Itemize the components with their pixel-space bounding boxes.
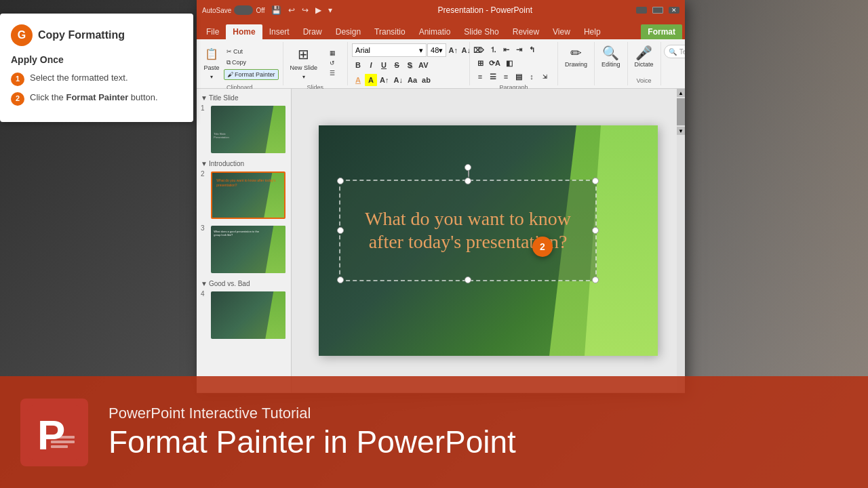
save-icon[interactable]: 💾 xyxy=(269,4,283,16)
font-size-dropdown: ▾ xyxy=(439,46,443,55)
handle-tr[interactable] xyxy=(592,178,599,184)
powerpoint-window: AutoSave Off 💾 ↩ ↪ ▶ ▾ Presentation - Po… xyxy=(197,0,685,393)
section-title-slide-label: Title Slide xyxy=(209,94,239,102)
bullet-list-button[interactable]: ≡ xyxy=(474,43,486,56)
text-size-down-button[interactable]: A↓ xyxy=(392,74,405,86)
new-slide-button[interactable]: ⊞ New Slide ▾ xyxy=(288,43,321,83)
slide-thumbnail-3[interactable]: What does a good presentation to the gro… xyxy=(211,226,285,273)
slide-thumbnail-4[interactable] xyxy=(211,291,285,339)
slide-scrollbar[interactable]: ▲ ▼ xyxy=(677,89,685,392)
strikethrough-button[interactable]: S xyxy=(391,59,403,71)
voice-group: 🎤 Dictate Voice xyxy=(628,42,661,85)
handle-top-mid[interactable] xyxy=(465,178,471,184)
shadow-button[interactable]: S xyxy=(403,59,416,71)
line-spacing-button[interactable]: ↕ xyxy=(526,70,538,83)
section-gvb-collapse-icon[interactable]: ▼ xyxy=(201,280,208,287)
justify-button[interactable]: ▤ xyxy=(513,70,525,83)
tab-insert[interactable]: Insert xyxy=(262,24,296,39)
handle-right-mid[interactable] xyxy=(592,227,599,234)
slide-number-1: 1 xyxy=(199,103,206,113)
redo-icon[interactable]: ↪ xyxy=(300,4,311,16)
scroll-thumb[interactable] xyxy=(677,98,685,125)
scroll-up-button[interactable]: ▲ xyxy=(677,89,685,97)
format-painter-button[interactable]: 🖌 Format Painter xyxy=(224,69,279,80)
rtl-button[interactable]: ↰ xyxy=(526,43,538,56)
autosave-toggle[interactable] xyxy=(234,5,253,15)
slide-thumbnail-1[interactable]: Title SlidePresentation xyxy=(211,106,285,153)
section-heading: Apply Once xyxy=(11,54,182,65)
font-name-selector[interactable]: Arial ▾ xyxy=(352,43,427,57)
highlight-button[interactable]: A xyxy=(365,74,377,86)
align-left-button[interactable]: ≡ xyxy=(474,70,486,83)
dictate-button[interactable]: 🎤 Dictate xyxy=(632,43,656,69)
section-goodvsbad-label: Good vs. Bad xyxy=(209,280,250,287)
tab-slideshow[interactable]: Slide Sho xyxy=(457,24,505,39)
case-button[interactable]: Aa xyxy=(406,74,419,86)
tab-animations[interactable]: Animatio xyxy=(412,24,458,39)
tell-me-input[interactable]: 🔍 Tell me... xyxy=(664,45,685,58)
section-collapse-icon[interactable]: ▼ xyxy=(201,94,208,102)
undo-icon[interactable]: ↩ xyxy=(286,4,297,16)
text-direction-button[interactable]: ⟳A xyxy=(487,57,502,69)
indent-right-button[interactable]: ⇥ xyxy=(513,43,525,56)
tab-transitions[interactable]: Transitio xyxy=(368,24,412,39)
text-size-up-button[interactable]: A↑ xyxy=(378,74,391,86)
tab-format[interactable]: Format xyxy=(641,24,682,39)
font-name-value: Arial xyxy=(355,46,370,54)
indent-left-button[interactable]: ⇤ xyxy=(500,43,512,56)
smart-art-button[interactable]: ◧ xyxy=(503,57,515,69)
italic-button[interactable]: I xyxy=(365,59,377,71)
present-icon[interactable]: ▶ xyxy=(313,4,323,16)
increase-font-button[interactable]: A↑ xyxy=(447,44,459,56)
section-intro-collapse-icon[interactable]: ▼ xyxy=(201,160,208,167)
tab-review[interactable]: Review xyxy=(506,24,546,39)
close-button[interactable]: ✕ xyxy=(669,7,679,14)
editing-button[interactable]: 🔍 Editing xyxy=(599,43,623,69)
tab-file[interactable]: File xyxy=(199,24,226,39)
rotate-handle[interactable] xyxy=(465,164,471,171)
font-color-button[interactable]: A xyxy=(352,74,364,86)
cut-button[interactable]: ✂ Cut xyxy=(224,47,279,56)
drawing-group-content: ✏ Drawing xyxy=(562,43,590,69)
new-slide-label: New Slide xyxy=(290,64,318,71)
handle-tl[interactable] xyxy=(337,178,344,184)
paste-button[interactable]: 📋 Paste ▾ xyxy=(201,43,222,83)
copy-button[interactable]: ⧉ Copy xyxy=(224,58,279,68)
bold-button[interactable]: B xyxy=(352,59,364,71)
slide-textbox[interactable]: What do you want to know after today's p… xyxy=(339,180,597,281)
scroll-down-button[interactable]: ▼ xyxy=(677,127,685,135)
customize-icon[interactable]: ▾ xyxy=(326,4,334,16)
tab-view[interactable]: View xyxy=(546,24,577,39)
tab-design[interactable]: Design xyxy=(329,24,368,39)
reset-button[interactable]: ↺ xyxy=(321,58,343,68)
svg-text:P: P xyxy=(37,411,65,458)
font-size-selector[interactable]: 48 ▾ xyxy=(427,43,446,57)
layout-button[interactable]: ▦ xyxy=(321,48,343,58)
handle-br[interactable] xyxy=(592,277,599,283)
handle-bl[interactable] xyxy=(337,277,344,283)
section-button[interactable]: ☰ xyxy=(321,68,343,78)
tab-draw[interactable]: Draw xyxy=(296,24,329,39)
new-slide-dropdown[interactable]: ▾ xyxy=(302,74,305,80)
column-button[interactable]: ⊞ xyxy=(474,57,486,69)
minimize-button[interactable] xyxy=(636,7,647,14)
drawing-button[interactable]: ✏ Drawing xyxy=(562,43,590,69)
search-icon: 🔍 xyxy=(669,48,677,56)
slide-thumbnail-2[interactable]: What do you want to know after today's p… xyxy=(211,171,285,219)
text-align-expand[interactable]: ⇲ xyxy=(538,70,551,83)
bottom-content: P PowerPoint Interactive Tutorial Format… xyxy=(0,376,868,488)
handle-bot-mid[interactable] xyxy=(465,277,471,283)
numbered-list-button[interactable]: ⒈ xyxy=(487,43,499,56)
align-right-button[interactable]: ≡ xyxy=(500,70,512,83)
maximize-button[interactable] xyxy=(652,7,663,14)
handle-left-mid[interactable] xyxy=(337,227,344,234)
replace-button[interactable]: ab xyxy=(420,74,433,86)
paragraph-group-content: ≡ ⒈ ⇤ ⇥ ↰ ⊞ ⟳A ◧ ≡ ☰ ≡ ▤ xyxy=(474,43,553,83)
underline-button[interactable]: U xyxy=(378,59,390,71)
tab-home[interactable]: Home xyxy=(226,24,262,39)
char-spacing-button[interactable]: AV xyxy=(416,59,430,71)
tab-help[interactable]: Help xyxy=(577,24,608,39)
align-center-button[interactable]: ☰ xyxy=(487,70,499,83)
paragraph-row3: ≡ ☰ ≡ ▤ ↕ ⇲ xyxy=(474,70,553,83)
paste-dropdown[interactable]: ▾ xyxy=(210,74,213,80)
